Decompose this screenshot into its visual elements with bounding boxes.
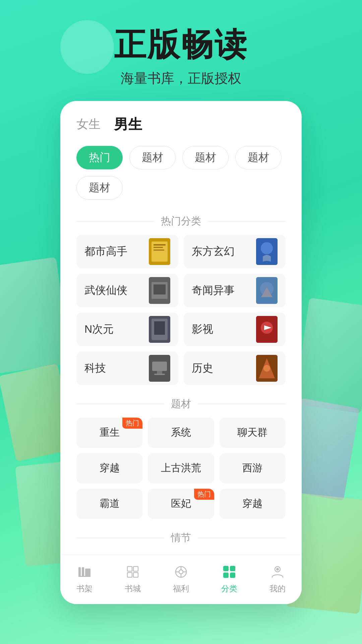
nav-store[interactable]: 书城 (124, 563, 141, 594)
category-icon (221, 563, 238, 581)
category-urban-label: 都市高手 (84, 244, 127, 259)
category-anime-cover (149, 316, 170, 343)
svg-point-42 (276, 568, 279, 571)
category-anime[interactable]: N次元 (76, 313, 178, 346)
tag-system[interactable]: 系统 (148, 418, 214, 448)
main-title: 正版畅读 (0, 27, 362, 62)
main-subtitle: 海量书库，正版授权 (0, 69, 362, 88)
nav-bookshelf-label: 书架 (76, 583, 93, 594)
pill-genre-4[interactable]: 题材 (76, 176, 123, 200)
phone-frame: 女生 男生 热门 题材 题材 题材 题材 热门分类 都市高手 东方玄幻 (60, 101, 302, 604)
header-section: 正版畅读 海量书库，正版授权 (0, 0, 362, 101)
pill-hot[interactable]: 热门 (76, 146, 123, 169)
svg-rect-26 (85, 569, 90, 577)
store-icon (124, 563, 141, 581)
category-grid: 都市高手 东方玄幻 武侠仙侠 奇闻异事 (60, 235, 302, 390)
pill-genre-2[interactable]: 题材 (182, 146, 229, 169)
svg-rect-37 (223, 566, 229, 571)
svg-rect-40 (230, 573, 235, 578)
svg-rect-30 (133, 573, 138, 577)
svg-rect-23 (78, 567, 81, 577)
theme-tag-grid: 重生 热门 系统 聊天群 穿越 上古洪荒 西游 霸道 医妃 热门 穿越 (60, 418, 302, 524)
tag-transmigration[interactable]: 穿越 (76, 453, 142, 483)
welfare-icon (172, 563, 190, 581)
svg-point-22 (263, 365, 270, 372)
filter-pills: 热门 题材 题材 题材 题材 (60, 143, 302, 208)
category-eastern-fantasy[interactable]: 东方玄幻 (184, 235, 286, 268)
category-urban-cover (149, 238, 170, 265)
svg-rect-27 (127, 567, 132, 571)
nav-welfare-label: 福利 (173, 583, 189, 594)
svg-rect-38 (230, 566, 235, 571)
gender-tabs: 女生 男生 (60, 101, 302, 143)
category-tech-cover (149, 355, 170, 382)
nav-welfare[interactable]: 福利 (172, 563, 190, 594)
tag-transmigration2[interactable]: 穿越 (220, 489, 286, 519)
pill-genre-1[interactable]: 题材 (129, 146, 176, 169)
svg-rect-2 (154, 244, 166, 246)
tag-journey[interactable]: 西游 (220, 453, 286, 483)
nav-profile-label: 我的 (269, 583, 286, 594)
hot-section-label: 热门分类 (76, 208, 286, 235)
svg-rect-28 (127, 573, 132, 577)
svg-rect-20 (154, 374, 165, 375)
bottom-navigation: 书架 书城 (60, 555, 302, 604)
hot-badge-doctor: 热门 (194, 489, 214, 500)
profile-icon (269, 563, 286, 581)
theme-section-label: 题材 (76, 390, 286, 418)
hot-badge-rebirth: 热门 (122, 418, 142, 429)
category-history-cover (256, 355, 278, 382)
svg-rect-24 (82, 567, 84, 577)
svg-rect-14 (154, 321, 165, 335)
svg-rect-3 (154, 247, 163, 248)
nav-category-label: 分类 (221, 583, 237, 594)
category-history[interactable]: 历史 (184, 352, 286, 385)
nav-bookshelf[interactable]: 书架 (76, 563, 93, 594)
tag-imperial-doctor[interactable]: 医妃 热门 (148, 489, 214, 519)
nav-store-label: 书城 (125, 583, 141, 594)
svg-point-6 (261, 242, 273, 254)
nav-profile[interactable]: 我的 (269, 563, 286, 594)
svg-rect-19 (157, 371, 162, 374)
category-eastern-fantasy-cover (256, 238, 278, 265)
category-anime-label: N次元 (84, 322, 114, 337)
tag-chatgroup[interactable]: 聊天群 (220, 418, 286, 448)
svg-rect-4 (154, 250, 164, 251)
pill-genre-3[interactable]: 题材 (235, 146, 282, 169)
svg-rect-18 (152, 362, 167, 371)
tag-ancient[interactable]: 上古洪荒 (148, 453, 214, 483)
nav-category[interactable]: 分类 (221, 563, 238, 594)
svg-point-32 (179, 570, 183, 574)
tag-domineering[interactable]: 霸道 (76, 489, 142, 519)
svg-rect-9 (154, 284, 166, 294)
category-film[interactable]: 影视 (184, 313, 286, 346)
tab-male[interactable]: 男生 (114, 113, 142, 136)
category-wuxia-cover (149, 277, 170, 304)
svg-rect-29 (133, 567, 138, 571)
category-wuxia-label: 武侠仙侠 (84, 283, 127, 298)
category-film-cover (256, 316, 278, 343)
feeling-section-label: 情节 (76, 524, 286, 548)
category-mystery-label: 奇闻异事 (192, 283, 235, 298)
category-film-label: 影视 (192, 322, 213, 337)
category-urban[interactable]: 都市高手 (76, 235, 178, 268)
bookshelf-icon (76, 563, 93, 581)
category-history-label: 历史 (192, 361, 213, 376)
tab-female[interactable]: 女生 (76, 114, 101, 135)
category-eastern-fantasy-label: 东方玄幻 (192, 244, 235, 259)
category-tech[interactable]: 科技 (76, 352, 178, 385)
tag-rebirth[interactable]: 重生 热门 (76, 418, 142, 448)
category-mystery-cover (256, 277, 278, 304)
category-tech-label: 科技 (84, 361, 106, 376)
category-wuxia[interactable]: 武侠仙侠 (76, 274, 178, 307)
category-mystery[interactable]: 奇闻异事 (184, 274, 286, 307)
svg-rect-39 (223, 573, 229, 578)
